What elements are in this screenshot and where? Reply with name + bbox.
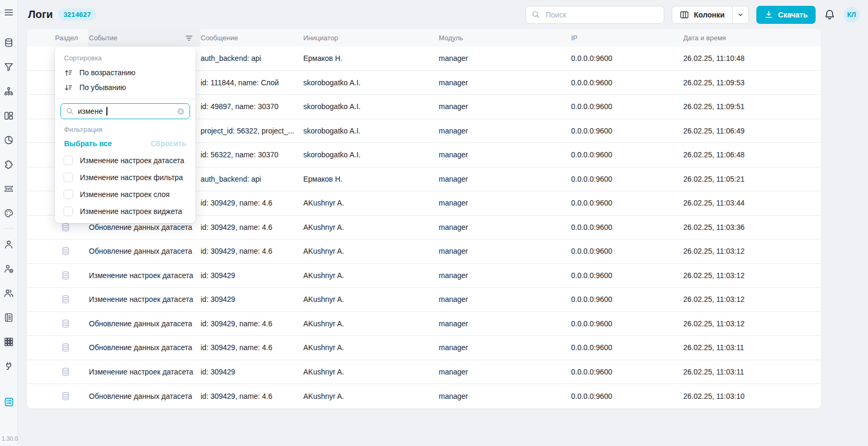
cell-module: manager: [438, 271, 570, 280]
user-icon: [4, 239, 14, 249]
cell-message: auth_backend: api: [200, 175, 303, 183]
clear-search-icon[interactable]: [177, 108, 185, 115]
cell-ip: 0.0.0.0:9600: [570, 127, 682, 135]
table-row: Обновление данных датасета id: 309429, n…: [27, 312, 821, 336]
cell-datetime: 26.02.25, 11:09:53: [682, 78, 821, 87]
cell-event: Обновление данных датасета: [88, 247, 200, 255]
search-input[interactable]: [545, 10, 658, 20]
sort-ascending-option[interactable]: По возрастанию: [55, 65, 195, 80]
cell-datetime: 26.02.25, 11:10:48: [682, 54, 821, 63]
logs-icon: [4, 397, 14, 407]
user-avatar[interactable]: КЛ: [844, 7, 860, 23]
cell-event: Изменение настроек датасета: [88, 271, 200, 280]
filter-option[interactable]: Изменение настроек датасета: [55, 152, 195, 169]
filter-options-list: Изменение настроек датасета Изменение на…: [55, 152, 195, 220]
chevron-down-icon: [737, 12, 744, 18]
dataset-icon: [61, 391, 70, 401]
table-row: Обновление данных датасета id: 309429, n…: [27, 384, 821, 408]
sidebar-item-directory[interactable]: [0, 305, 17, 329]
sidebar-item-logs[interactable]: [0, 390, 17, 414]
event-filter-search-input[interactable]: измене: [60, 103, 190, 119]
table-row: Обновление данных датасета id: 309429, n…: [27, 239, 821, 264]
checkbox[interactable]: [64, 173, 73, 182]
column-header-module[interactable]: Модуль: [438, 34, 570, 42]
cell-message: auth_backend: api: [200, 54, 303, 63]
sidebar-item-hierarchy[interactable]: [0, 79, 17, 103]
download-button-label: Скачать: [778, 11, 808, 19]
sort-descending-option[interactable]: По убыванию: [55, 80, 195, 95]
column-header-section[interactable]: Раздел: [27, 34, 88, 42]
download-button[interactable]: Скачать: [756, 6, 816, 24]
cell-datetime: 26.02.25, 11:03:12: [682, 247, 821, 255]
sidebar-item-user[interactable]: [0, 232, 17, 256]
popup-divider: [55, 99, 195, 99]
column-header-message[interactable]: Сообщение: [200, 34, 303, 42]
sidebar-item-database[interactable]: [0, 30, 17, 55]
table-row: Изменение настроек датасета id: 309429 A…: [27, 264, 821, 288]
page: SVG: [0, 0, 868, 446]
cell-event: Обновление данных датасета: [88, 392, 200, 400]
cell-module: manager: [438, 127, 570, 135]
cell-event: Изменение настроек датасета: [88, 368, 200, 376]
sidebar-item-users[interactable]: [0, 281, 17, 305]
checkbox[interactable]: [64, 207, 73, 216]
cell-datetime: 26.02.25, 11:03:11: [682, 343, 821, 352]
column-header-event-label: Событие: [89, 34, 117, 42]
sidebar-item-pie-chart[interactable]: [0, 128, 17, 152]
svg-icon: SVG: [4, 184, 14, 194]
sidebar-item-connections[interactable]: [0, 354, 17, 378]
cell-ip: 0.0.0.0:9600: [570, 102, 682, 111]
sidebar-group-top: SVG: [0, 30, 17, 225]
event-filter-icon[interactable]: [185, 34, 193, 42]
cell-ip: 0.0.0.0:9600: [570, 175, 682, 183]
cell-message: id: 56322, name: 30370: [200, 150, 303, 159]
menu-toggle[interactable]: [4, 7, 14, 17]
puzzle-icon: [4, 159, 14, 170]
sidebar-item-layout[interactable]: [0, 103, 17, 128]
sidebar-item-apps[interactable]: [0, 329, 17, 354]
sidebar-item-svg[interactable]: SVG: [0, 176, 17, 201]
cell-initiator: Ермаков Н.: [303, 175, 438, 183]
cell-section: [27, 271, 88, 280]
sidebar-item-palette[interactable]: [0, 201, 17, 225]
sidebar-item-plugins[interactable]: [0, 152, 17, 176]
column-header-event[interactable]: Событие: [88, 29, 200, 47]
apps-grid-icon: [4, 337, 14, 347]
sidebar-item-user-settings[interactable]: [0, 256, 17, 281]
cell-initiator: AKushnyr A.: [303, 392, 438, 400]
cell-initiator: AKushnyr A.: [303, 223, 438, 231]
select-all-button[interactable]: Выбрать все: [64, 139, 112, 148]
cell-message: id: 309429, name: 4.6: [200, 343, 303, 352]
cell-module: manager: [438, 247, 570, 255]
column-header-ip[interactable]: IP: [570, 34, 682, 42]
users-icon: [4, 288, 14, 298]
checkbox[interactable]: [64, 156, 73, 165]
filter-option[interactable]: Изменение настроек виджета: [55, 203, 195, 220]
filter-actions: Выбрать все Сбросить: [55, 137, 195, 152]
table-row: Изменение настроек датасета id: 309429 A…: [27, 288, 821, 312]
search-icon: [66, 107, 74, 115]
cell-ip: 0.0.0.0:9600: [570, 150, 682, 159]
notifications-bell-icon[interactable]: [824, 9, 835, 20]
columns-dropdown-toggle[interactable]: [732, 6, 748, 23]
column-header-initiator[interactable]: Инициатор: [303, 34, 438, 42]
cell-datetime: 26.02.25, 11:03:12: [682, 295, 821, 304]
search-icon: [531, 10, 540, 19]
sidebar: SVG: [0, 0, 18, 446]
column-header-datetime[interactable]: Дата и время: [682, 34, 821, 42]
cell-ip: 0.0.0.0:9600: [570, 271, 682, 280]
cell-datetime: 26.02.25, 11:06:49: [682, 127, 821, 135]
filter-option[interactable]: Изменение настроек фильтра: [55, 169, 195, 186]
filter-option-label: Изменение настроек виджета: [80, 207, 182, 216]
global-search: [526, 6, 664, 24]
checkbox[interactable]: [64, 190, 73, 199]
svg-text:SVG: SVG: [5, 186, 13, 190]
sorting-section-label: Сортировка: [55, 51, 195, 65]
columns-button-main[interactable]: Колонки: [672, 6, 732, 23]
palette-icon: [4, 208, 14, 218]
reset-button[interactable]: Сбросить: [151, 139, 186, 148]
cell-message: id: 49897, name: 30370: [200, 102, 303, 111]
filter-option[interactable]: Изменение настроек слоя: [55, 186, 195, 203]
sidebar-group-bottom: [0, 232, 17, 414]
sidebar-item-filters[interactable]: [0, 55, 17, 79]
